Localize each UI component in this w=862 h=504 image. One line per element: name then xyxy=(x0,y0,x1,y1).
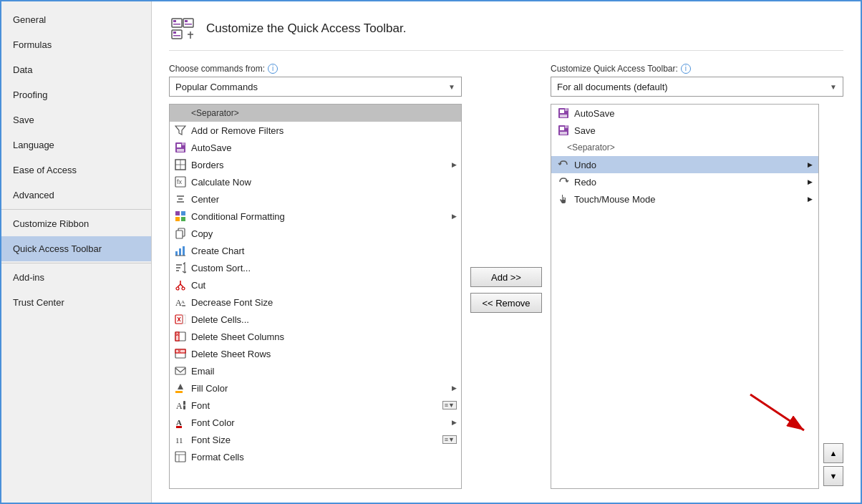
list-item-copy[interactable]: Copy xyxy=(170,225,461,242)
sidebar-item-quick-access-toolbar[interactable]: Quick Access Toolbar xyxy=(1,236,151,261)
svg-line-40 xyxy=(180,284,183,287)
sidebar-item-proofing[interactable]: Proofing xyxy=(1,82,151,107)
svg-line-39 xyxy=(178,284,180,287)
list-item-fontsize[interactable]: 11 Font Size ≡▼ xyxy=(170,431,461,448)
svg-rect-5 xyxy=(185,24,192,25)
right-item-separator[interactable]: <Separator> xyxy=(551,139,818,156)
list-item-condformat[interactable]: Conditional Formatting ▶ xyxy=(170,208,461,225)
chart-icon xyxy=(174,244,187,257)
right-item-touch[interactable]: Touch/Mouse Mode ▶ xyxy=(551,190,818,208)
svg-rect-24 xyxy=(175,211,180,215)
filter-icon xyxy=(174,124,187,137)
svg-rect-29 xyxy=(176,231,183,238)
sidebar-item-formulas[interactable]: Formulas xyxy=(1,32,151,57)
center-icon xyxy=(174,193,187,205)
svg-rect-54 xyxy=(175,349,185,353)
svg-rect-3 xyxy=(183,19,193,27)
columns-wrapper: Choose commands from: i Popular Commands… xyxy=(169,64,843,489)
svg-rect-14 xyxy=(177,149,184,152)
move-down-button[interactable]: ▼ xyxy=(823,466,843,486)
svg-rect-70 xyxy=(560,115,567,117)
font-icon: A xyxy=(174,399,187,412)
right-dropdown-arrow: ▼ xyxy=(830,83,837,91)
svg-rect-13 xyxy=(177,144,181,147)
svg-rect-74 xyxy=(560,132,567,135)
left-dropdown[interactable]: Popular Commands ▼ xyxy=(169,77,462,97)
list-item-fontcolor[interactable]: A Font Color ▶ xyxy=(170,414,461,431)
right-touch-icon xyxy=(557,193,570,205)
toolbar-icon xyxy=(169,14,198,43)
sidebar-item-trust-center[interactable]: Trust Center xyxy=(1,290,151,315)
list-item-cut[interactable]: Cut xyxy=(170,276,461,294)
left-info-icon[interactable]: i xyxy=(268,64,278,74)
delcells-icon xyxy=(174,313,187,326)
svg-rect-25 xyxy=(181,211,185,215)
right-undo-icon xyxy=(557,158,570,171)
fillcolor-arrow: ▶ xyxy=(452,384,457,392)
sidebar-item-advanced[interactable]: Advanced xyxy=(1,183,151,208)
list-item-center[interactable]: Center xyxy=(170,190,461,208)
sidebar-item-customize-ribbon[interactable]: Customize Ribbon xyxy=(1,211,151,236)
list-item-calcnow[interactable]: fx Calculate Now xyxy=(170,173,461,190)
page-title: Customize the Quick Access Toolbar. xyxy=(206,21,406,36)
svg-marker-11 xyxy=(175,126,185,135)
list-item-borders[interactable]: Borders ▶ xyxy=(170,156,461,173)
svg-text:A: A xyxy=(176,418,182,427)
sidebar-item-save[interactable]: Save xyxy=(1,107,151,132)
right-item-undo[interactable]: Undo ▶ xyxy=(551,156,818,173)
fillcolor-icon xyxy=(174,382,187,394)
svg-rect-15 xyxy=(182,142,185,145)
decfont-icon: A A xyxy=(174,296,187,309)
list-item-delrows[interactable]: Delete Sheet Rows xyxy=(170,345,461,362)
svg-rect-65 xyxy=(175,452,185,462)
list-item-email[interactable]: Email xyxy=(170,362,461,379)
left-list-box[interactable]: <Separator> Add or Remove Filters xyxy=(169,104,462,489)
list-item-formatcells[interactable]: Format Cells xyxy=(170,448,461,465)
right-item-save[interactable]: Save xyxy=(551,122,818,139)
list-item-createchart[interactable]: Create Chart xyxy=(170,242,461,259)
right-item-autosave[interactable]: AutoSave xyxy=(551,105,818,122)
list-item-delcols[interactable]: Delete Sheet Columns xyxy=(170,328,461,345)
right-item-redo[interactable]: Redo ▶ xyxy=(551,173,818,190)
svg-rect-27 xyxy=(181,217,185,221)
fontsize-icon: 11 xyxy=(174,433,187,446)
borders-icon xyxy=(174,158,187,171)
autosave-icon xyxy=(174,141,187,154)
sidebar-item-data[interactable]: Data xyxy=(1,57,151,82)
right-column: Customize Quick Access Toolbar: i For al… xyxy=(551,64,843,489)
list-item-fillcolor[interactable]: Fill Color ▶ xyxy=(170,379,461,397)
borders-arrow: ▶ xyxy=(452,161,457,168)
sidebar-item-ease-of-access[interactable]: Ease of Access xyxy=(1,158,151,183)
svg-rect-71 xyxy=(565,108,568,111)
sidebar-item-addins[interactable]: Add-ins xyxy=(1,265,151,290)
svg-rect-7 xyxy=(173,32,176,34)
remove-button[interactable]: << Remove xyxy=(470,293,542,313)
list-item-delcells[interactable]: Delete Cells... xyxy=(170,311,461,328)
sidebar: General Formulas Data Proofing Save Lang… xyxy=(1,1,152,503)
list-item-separator[interactable]: <Separator> xyxy=(170,105,461,122)
list-item-addfilter[interactable]: Add or Remove Filters xyxy=(170,122,461,139)
right-list-box[interactable]: AutoSave Save xyxy=(551,104,819,489)
left-dropdown-arrow: ▼ xyxy=(448,83,455,91)
sidebar-item-general[interactable]: General xyxy=(1,7,151,32)
separator-icon xyxy=(174,107,187,120)
move-up-button[interactable]: ▲ xyxy=(823,443,843,463)
list-item-customsort[interactable]: Custom Sort... xyxy=(170,259,461,276)
list-item-autosave[interactable]: AutoSave xyxy=(170,139,461,156)
svg-text:A: A xyxy=(176,401,183,411)
delrows-icon xyxy=(174,347,187,360)
right-col-label: Customize Quick Access Toolbar: i xyxy=(551,64,843,74)
header: Customize the Quick Access Toolbar. xyxy=(169,14,843,51)
add-button[interactable]: Add >> xyxy=(470,267,542,287)
svg-rect-63 xyxy=(176,426,182,428)
sidebar-item-language[interactable]: Language xyxy=(1,132,151,158)
svg-rect-48 xyxy=(183,315,185,324)
svg-text:A: A xyxy=(181,299,185,305)
list-item-font[interactable]: A Font ≡▼ xyxy=(170,397,461,414)
copy-icon xyxy=(174,227,187,240)
right-dropdown[interactable]: For all documents (default) ▼ xyxy=(551,77,843,97)
undo-arrow: ▶ xyxy=(808,161,813,168)
list-item-decfont[interactable]: A A Decrease Font Size xyxy=(170,294,461,311)
right-info-icon[interactable]: i xyxy=(681,64,691,74)
fontcolor-arrow: ▶ xyxy=(452,419,457,426)
